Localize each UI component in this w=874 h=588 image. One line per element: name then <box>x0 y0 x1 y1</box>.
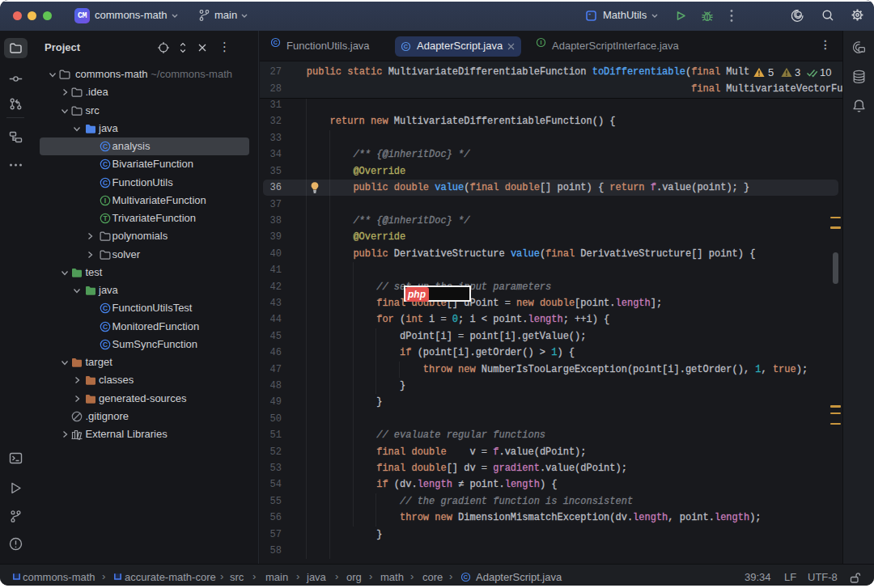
svg-text:T: T <box>103 214 108 222</box>
svg-text:C: C <box>404 43 409 50</box>
svg-text:C: C <box>274 39 278 46</box>
svg-text:C: C <box>102 304 107 312</box>
svg-text:C: C <box>464 573 469 581</box>
svg-text:C: C <box>102 142 107 150</box>
svg-text:C: C <box>102 160 107 168</box>
svg-text:C: C <box>102 322 107 330</box>
svg-text:C: C <box>102 341 107 349</box>
svg-text:I: I <box>104 197 105 205</box>
svg-text:C: C <box>102 178 107 186</box>
svg-text:I: I <box>540 39 541 46</box>
